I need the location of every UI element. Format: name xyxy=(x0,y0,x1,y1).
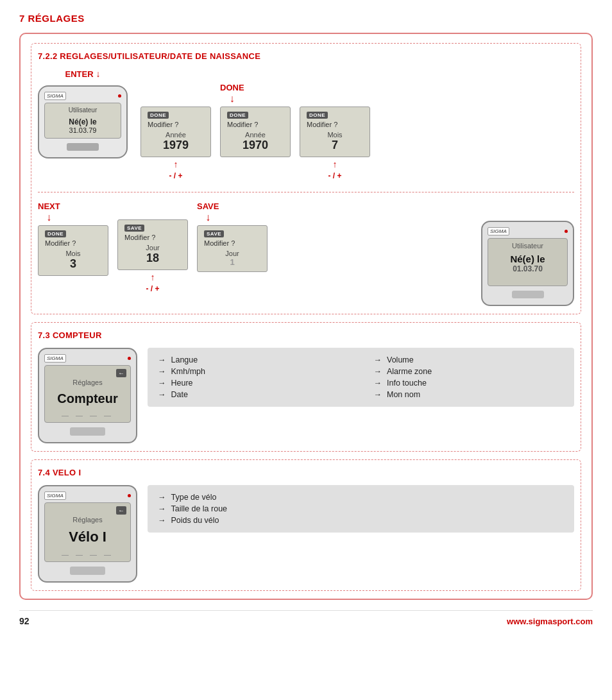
screen6-label: Jour xyxy=(204,250,260,257)
screen3-title: Modifier ? xyxy=(307,121,363,128)
next-arrow-icon: ↓ xyxy=(46,212,51,223)
screen1-title: Modifier ? xyxy=(148,121,204,128)
section-73-title: 7.3 COMPTEUR xyxy=(38,330,574,340)
menu-73-item-volume: → Volume xyxy=(374,355,565,364)
device-right-label: Utilisateur xyxy=(492,242,563,250)
menu-73-item-heure: → Heure xyxy=(158,379,348,388)
footer-url: www.sigmasport.com xyxy=(507,617,593,626)
sigma-logo-73: SIGMA xyxy=(44,354,66,363)
screen5-up-icon: ↑ xyxy=(151,273,155,282)
screen-3: DONE Modifier ? Mois 7 xyxy=(300,107,370,157)
menu-74-item-type: → Type de vélo xyxy=(158,493,564,502)
enter-label: ENTER ↓ xyxy=(65,69,100,79)
device-74-main: Vélo I xyxy=(49,529,126,545)
screen3-minus-plus: - / + xyxy=(328,171,341,180)
menu-74-item-poids: → Poids du vélo xyxy=(158,516,564,525)
screen3-value: 7 xyxy=(307,139,363,152)
screen3-label: Mois xyxy=(307,131,363,139)
screen4-value: 3 xyxy=(45,257,101,271)
screen3-tag: DONE xyxy=(307,112,328,119)
screen-2: DONE Modifier ? Année 1970 xyxy=(220,107,291,157)
device-74-screen: ← Réglages Vélo I — — — — xyxy=(44,502,131,562)
device-73-screen: ← Réglages Compteur — — — — xyxy=(44,365,131,423)
page-title: 7 RÉGLAGES xyxy=(19,13,593,24)
device-screen-sub: 31.03.79 xyxy=(49,126,116,134)
section-722-title: 7.2.2 REGLAGES/UTILISATEUR/DATE DE NAISS… xyxy=(38,51,574,61)
screen1-value: 1979 xyxy=(148,139,204,152)
menu-74-item-taille: → Taille de la roue xyxy=(158,504,564,513)
section-73-content: SIGMA ← Réglages Compteur — — — — → Lang… xyxy=(38,348,574,443)
menu-73-item-date: → Date xyxy=(158,390,348,399)
next-label: NEXT xyxy=(38,201,60,211)
screen-1: DONE Modifier ? Année 1979 xyxy=(140,107,211,157)
device-right-main: Né(e) le xyxy=(492,253,563,264)
device-74-label: Réglages xyxy=(49,516,126,524)
main-section: 7.2.2 REGLAGES/UTILISATEUR/DATE DE NAISS… xyxy=(19,33,593,600)
screen5-title: Modifier ? xyxy=(124,234,181,241)
screen-6: SAVE Modifier ? Jour 1 xyxy=(197,225,268,272)
screen5-label: Jour xyxy=(124,244,181,252)
screen1-col: DONE Modifier ? Année 1979 ↑ - / + xyxy=(140,107,211,180)
screen6-value: 1 xyxy=(204,257,260,267)
screen4-title: Modifier ? xyxy=(45,239,101,247)
screen5-minus-plus: - / + xyxy=(146,284,159,293)
device-73-tag: ← xyxy=(116,369,126,377)
screen1-label: Année xyxy=(148,131,204,139)
screen5-value: 18 xyxy=(124,252,181,265)
section-74-title: 7.4 VELO I xyxy=(38,468,574,477)
screen6-col: SAVE Modifier ? Jour 1 xyxy=(197,225,268,272)
enter-device-col: ENTER ↓ SIGMA Utilisateur Né(e) le 31.03… xyxy=(38,69,128,158)
device-left-screen: Utilisateur Né(e) le 31.03.79 xyxy=(44,103,121,139)
device-right-button xyxy=(512,291,544,298)
device-right: SIGMA Utilisateur Né(e) le 01.03.70 xyxy=(481,221,574,306)
row-722-bottom: NEXT ↓ DONE Modifier ? Mois 3 xyxy=(38,201,574,306)
section-74-content: SIGMA ← Réglages Vélo I — — — — → Type d… xyxy=(38,485,574,583)
menu-73-item-info: → Info touche xyxy=(374,379,565,388)
device-74-dots: — — — — xyxy=(49,551,126,558)
screen1-up-icon: ↑ xyxy=(174,160,178,169)
device-left: SIGMA Utilisateur Né(e) le 31.03.79 xyxy=(38,85,128,158)
screen2-value: 1970 xyxy=(227,139,284,152)
save-arrow-icon: ↓ xyxy=(205,212,210,223)
screen4-col: DONE Modifier ? Mois 3 xyxy=(38,225,108,276)
device-73: SIGMA ← Réglages Compteur — — — — xyxy=(38,348,137,443)
device-74-button xyxy=(70,567,105,575)
menu-73-item-langue: → Langue xyxy=(158,355,348,364)
done-arrow-icon: ↓ xyxy=(230,94,235,104)
footer: 92 www.sigmasport.com xyxy=(19,610,593,626)
screen5-col: SAVE Modifier ? Jour 18 ↑ - / + xyxy=(117,219,188,293)
save-label: SAVE xyxy=(197,201,219,211)
sigma-logo: SIGMA xyxy=(44,92,66,100)
screen3-up-icon: ↑ xyxy=(333,160,337,169)
done-label: DONE xyxy=(220,83,244,92)
screen1-tag: DONE xyxy=(148,112,169,119)
device-73-label: Réglages xyxy=(49,379,126,386)
sigma-logo-74: SIGMA xyxy=(44,491,66,500)
screen6-tag: SAVE xyxy=(204,230,224,237)
device-74-tag: ← xyxy=(116,506,126,515)
device-screen-label: Utilisateur xyxy=(49,107,116,114)
red-dot-73-icon xyxy=(128,357,131,360)
sigma-logo-right: SIGMA xyxy=(488,227,509,235)
red-dot-right-icon xyxy=(565,230,568,233)
device-73-main: Compteur xyxy=(49,391,126,406)
row-722-top: ENTER ↓ SIGMA Utilisateur Né(e) le 31.03… xyxy=(38,69,574,180)
divider-1 xyxy=(38,192,574,192)
device-button xyxy=(67,143,99,151)
section-74: 7.4 VELO I SIGMA ← Réglages Vélo I — — —… xyxy=(31,459,581,591)
footer-page-number: 92 xyxy=(19,616,30,626)
screen2-col: DONE Modifier ? Année 1970 xyxy=(220,107,291,157)
device-73-dots: — — — — xyxy=(49,411,126,419)
device-screen-main: Né(e) le xyxy=(49,117,116,126)
device-right-screen: Utilisateur Né(e) le 01.03.70 xyxy=(488,238,568,286)
screen4-label: Mois xyxy=(45,250,101,257)
menu-73-item-kmh: → Kmh/mph xyxy=(158,367,348,376)
device-73-button xyxy=(70,427,105,436)
device-right-sub: 01.03.70 xyxy=(492,264,563,273)
screen6-title: Modifier ? xyxy=(204,239,260,247)
screen3-col: DONE Modifier ? Mois 7 ↑ - / + xyxy=(300,107,370,180)
device-74: SIGMA ← Réglages Vélo I — — — — xyxy=(38,485,137,583)
menu-73: → Langue → Volume → Kmh/mph → Alarme zon… xyxy=(148,348,574,407)
screen5-tag: SAVE xyxy=(124,225,144,232)
menu-73-item-monnom: → Mon nom xyxy=(374,390,565,399)
